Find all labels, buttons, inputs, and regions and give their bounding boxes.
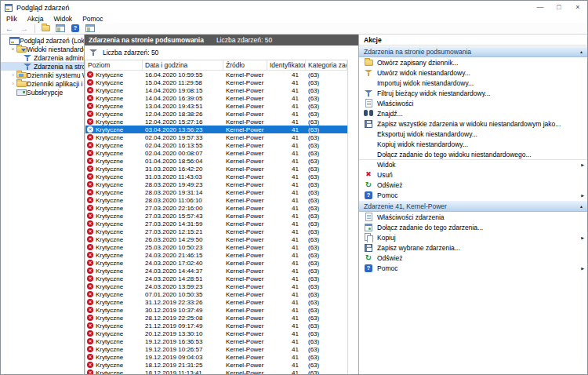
chevron-right-icon[interactable]: › [9,71,16,78]
action-otw-rz-zapisany-dziennik[interactable]: Otwórz zapisany dziennik... [359,57,587,67]
action-zapisz-wybrane-zdarzenia[interactable]: Zapisz wybrane zdarzenia... [359,242,587,253]
action-usu[interactable]: Usuń [359,169,587,180]
action-do-cz-zadanie-do-tego-widoku-niestandardowego[interactable]: Dołącz zadanie do tego widoku niestandar… [359,149,587,159]
event-row[interactable]: ✕Krytyczne03.04.2020 13:56:23Kernel-Powe… [85,126,347,133]
event-row[interactable]: ✕Krytyczne16.04.2020 10:59:55Kernel-Powe… [85,71,347,78]
tree-item-dzienniki-systemu-windows[interactable]: ›Dzienniki systemu Windows [1,71,84,79]
event-row[interactable]: ✕Krytyczne25.03.2020 10:50:23Kernel-Powe… [85,243,347,251]
event-row[interactable]: ✕Krytyczne28.12.2019 22:25:08Kernel-Powe… [85,314,347,322]
column-header-poziom[interactable]: Poziom [85,60,143,70]
event-row[interactable]: ✕Krytyczne27.03.2020 14:31:59Kernel-Powe… [85,220,347,228]
event-row[interactable]: ✕Krytyczne02.04.2020 19:57:33Kernel-Powe… [85,133,347,141]
event-row[interactable]: ✕Krytyczne27.03.2020 22:16:00Kernel-Powe… [85,204,347,212]
event-row[interactable]: ✕Krytyczne02.04.2020 00:08:07Kernel-Powe… [85,149,347,157]
event-row[interactable]: ✕Krytyczne14.04.2020 16:39:05Kernel-Powe… [85,94,347,102]
action-section-header-zdarzenia-na-stronie-podsumowania[interactable]: Zdarzenia na stronie podsumowania▲ [359,46,587,57]
help-button[interactable] [70,24,81,34]
action-section-header-zdarzenie-41-kernel-power[interactable]: Zdarzenie 41, Kernel-Power▲ [359,200,587,212]
event-row[interactable]: ✕Krytyczne26.03.2020 14:29:50Kernel-Powe… [85,235,347,243]
show-action-pane-button[interactable] [85,24,96,34]
event-row[interactable]: ✕Krytyczne28.03.2020 19:49:23Kernel-Powe… [85,180,347,188]
menu-plik[interactable]: Plik [6,15,17,23]
level-label: Krytyczne [96,315,123,322]
action-importuj-widok-niestandardowy[interactable]: Importuj widok niestandardowy... [359,78,587,88]
action-w-a-ciwo-ci[interactable]: Właściwości [359,98,587,108]
action-pomoc[interactable]: Pomoc▶ [359,190,587,200]
action-do-cz-zadanie-do-tego-zdarzenia[interactable]: Dołącz zadanie do tego zdarzenia... [359,222,587,232]
back-button[interactable] [4,24,15,34]
chevron-right-icon[interactable]: › [9,80,16,87]
console-window-button[interactable] [55,24,66,34]
event-id-cell: 41 [267,181,306,188]
forward-button[interactable] [19,24,30,34]
event-row[interactable]: ✕Krytyczne28.03.2020 19:31:14Kernel-Powe… [85,188,347,196]
event-row[interactable]: ✕Krytyczne19.12.2019 10:26:57Kernel-Powe… [85,345,347,353]
action-widok[interactable]: Widok▶ [359,159,587,169]
event-row[interactable]: ✕Krytyczne13.04.2020 19:43:51Kernel-Powe… [85,102,347,110]
event-row[interactable]: ✕Krytyczne31.12.2019 22:33:26Kernel-Powe… [85,298,347,306]
event-row[interactable]: ✕Krytyczne18.12.2019 21:31:25Kernel-Powe… [85,361,347,369]
event-row[interactable]: ✕Krytyczne19.12.2019 16:36:53Kernel-Powe… [85,337,347,345]
column-header-identyfikator-z[interactable]: Identyfikator z... [267,60,306,70]
action-od-wie[interactable]: Odśwież [359,180,587,190]
action-od-wie[interactable]: Odśwież [359,253,587,263]
action-kopiuj[interactable]: Kopiuj▶ [359,232,587,242]
actions-pane: Akcje Zdarzenia na stronie podsumowania▲… [358,35,587,374]
menu-widok[interactable]: Widok [54,15,73,23]
menu-pomoc[interactable]: Pomoc [82,15,103,23]
action-filtruj-bie-cy-widok-niestandardowy[interactable]: Filtruj bieżący widok niestandardowy... [359,88,587,98]
event-row[interactable]: ✕Krytyczne27.03.2020 15:57:43Kernel-Powe… [85,212,347,220]
chevron-down-icon[interactable]: › [9,46,16,53]
critical-icon: ✕ [87,134,93,140]
action-eksportuj-widok-niestandardowy[interactable]: Eksportuj widok niestandardowy... [359,129,587,139]
action-utw-rz-widok-niestandardowy[interactable]: Utwórz widok niestandardowy... [359,67,587,78]
event-row[interactable]: ✕Krytyczne15.04.2020 11:29:58Kernel-Powe… [85,78,347,86]
event-row[interactable]: ✕Krytyczne24.03.2020 21:46:15Kernel-Powe… [85,251,347,259]
event-row[interactable]: ✕Krytyczne24.03.2020 14:28:51Kernel-Powe… [85,275,347,282]
event-row[interactable]: ✕Krytyczne31.03.2020 16:42:20Kernel-Powe… [85,165,347,173]
action-znajd[interactable]: Znajdź... [359,108,587,118]
minimize-button[interactable]: — [531,1,550,14]
maximize-button[interactable]: □ [550,1,568,14]
level-label: Krytyczne [96,275,123,282]
action-kopiuj-widok-niestandardowy[interactable]: Kopiuj widok niestandardowy... [359,139,587,149]
event-row[interactable]: ✕Krytyczne24.03.2020 13:59:23Kernel-Powe… [85,282,347,290]
datetime-cell: 28.12.2019 22:25:08 [143,315,223,322]
event-id-cell: 41 [267,315,306,322]
action-icon-spacer [364,129,373,139]
event-row[interactable]: ✕Krytyczne12.04.2020 15:27:16Kernel-Powe… [85,118,347,126]
event-row[interactable]: ✕Krytyczne01.04.2020 18:56:04Kernel-Powe… [85,157,347,165]
action-zapisz-wszystkie-zdarzenia-w-widoku-niestandardowym-jako[interactable]: Zapisz wszystkie zdarzenia w widoku nies… [359,118,587,129]
event-row[interactable]: ✕Krytyczne28.03.2020 11:06:10Kernel-Powe… [85,196,347,204]
column-header-r-d-o[interactable]: Źródło [223,60,267,70]
tree-item-subskrypcje[interactable]: Subskrypcje [1,88,84,96]
event-row[interactable]: ✕Krytyczne24.03.2020 17:02:40Kernel-Powe… [85,259,347,267]
action-pomoc[interactable]: Pomoc▶ [359,263,587,273]
tree-item-podgl-d-zdarze-lokalny[interactable]: Podgląd zdarzeń (Lokalny) [1,36,84,45]
column-header-data-i-godzina[interactable]: Data i godzina [143,60,223,70]
column-header-kategoria-zada[interactable]: Kategoria zada... [306,60,347,70]
event-row[interactable]: ✕Krytyczne12.04.2020 18:38:26Kernel-Powe… [85,110,347,118]
datetime-cell: 26.03.2020 14:29:50 [143,236,223,243]
event-row[interactable]: ✕Krytyczne24.03.2020 14:44:37Kernel-Powe… [85,267,347,275]
menu-akcja[interactable]: Akcja [27,15,44,23]
event-row[interactable]: ✕Krytyczne31.03.2020 11:43:03Kernel-Powe… [85,173,347,180]
task-category-cell: (63) [306,228,347,235]
tree-item-dzienniki-aplikacji-i-us-ug[interactable]: ›Dzienniki aplikacji i usług [1,79,84,88]
event-row[interactable]: ✕Krytyczne14.04.2020 19:08:15Kernel-Powe… [85,86,347,94]
action-w-a-ciwo-ci-zdarzenia[interactable]: Właściwości zdarzenia [359,212,587,222]
event-row[interactable]: ✕Krytyczne07.01.2020 10:50:35Kernel-Powe… [85,290,347,298]
event-row[interactable]: ✕Krytyczne27.03.2020 12:15:21Kernel-Powe… [85,228,347,235]
close-button[interactable]: × [568,1,587,14]
event-row[interactable]: ✕Krytyczne21.12.2019 09:17:49Kernel-Powe… [85,322,347,329]
event-row[interactable]: ✕Krytyczne30.12.2019 10:37:49Kernel-Powe… [85,306,347,314]
tree-item-zdarzenia-administracyjne[interactable]: Zdarzenia administracyjne [1,53,84,62]
filter-view-icon [24,54,34,62]
tree-item-zdarzenia-na-stronie-podsumowania[interactable]: Zdarzenia na stronie podsumowania [1,62,84,71]
event-row[interactable]: ✕Krytyczne20.12.2019 13:30:10Kernel-Powe… [85,329,347,337]
open-log-button[interactable] [40,24,51,34]
tree-item-widoki-niestandardowe[interactable]: ›Widoki niestandardowe [1,45,84,53]
event-row[interactable]: ✕Krytyczne02.04.2020 16:13:55Kernel-Powe… [85,141,347,149]
event-row[interactable]: ✕Krytyczne19.12.2019 09:04:03Kernel-Powe… [85,353,347,361]
event-row[interactable]: ✕Krytyczne18.12.2019 11:13:41Kernel-Powe… [85,369,347,374]
